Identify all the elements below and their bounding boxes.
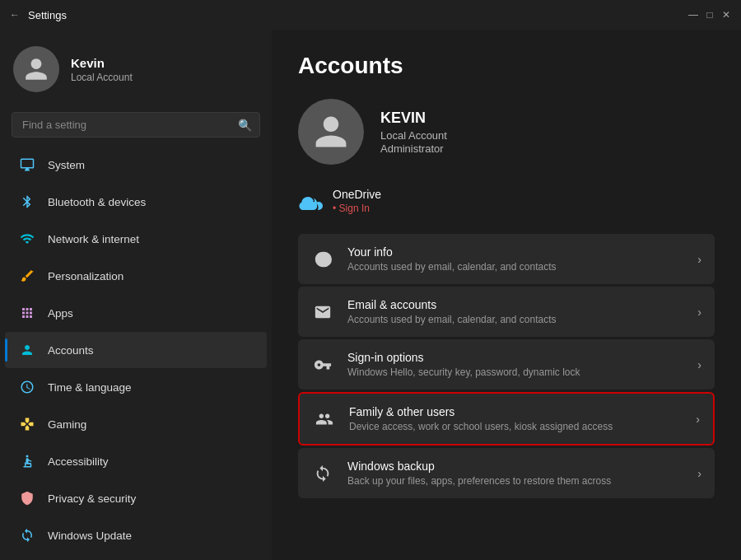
monitor-icon bbox=[18, 156, 36, 174]
search-input[interactable] bbox=[12, 112, 260, 138]
onedrive-signin: Sign In bbox=[333, 203, 381, 214]
back-button[interactable]: ← bbox=[10, 10, 20, 20]
person-icon bbox=[18, 341, 36, 359]
key-icon bbox=[311, 353, 334, 376]
content-area: Accounts KEVIN Local Account Administrat… bbox=[272, 30, 741, 560]
shield-icon bbox=[18, 489, 36, 507]
accessibility-label: Accessibility bbox=[48, 455, 109, 468]
your-info-title: Your info bbox=[347, 245, 556, 259]
bluetooth-icon bbox=[18, 193, 36, 211]
svg-point-0 bbox=[26, 455, 29, 458]
email-title: Email & accounts bbox=[347, 298, 556, 311]
update-icon bbox=[18, 526, 36, 544]
chevron-icon: › bbox=[696, 413, 700, 426]
signin-desc: Windows Hello, security key, password, d… bbox=[347, 366, 580, 378]
profile-info: KEVIN Local Account Administrator bbox=[380, 110, 447, 155]
sidebar: Kevin Local Account 🔍 System bbox=[0, 30, 272, 560]
backup-desc: Back up your files, apps, preferences to… bbox=[347, 475, 611, 487]
svg-point-1 bbox=[328, 415, 329, 417]
sidebar-item-bluetooth[interactable]: Bluetooth & devices bbox=[5, 184, 267, 220]
profile-avatar bbox=[298, 99, 364, 165]
game-icon bbox=[18, 415, 36, 433]
settings-row-family[interactable]: Family & other users Device access, work… bbox=[298, 392, 715, 446]
gaming-label: Gaming bbox=[48, 418, 86, 431]
backup-icon bbox=[311, 462, 334, 485]
backup-text: Windows backup Back up your files, apps,… bbox=[347, 460, 611, 487]
chevron-icon: › bbox=[697, 253, 701, 266]
chevron-icon: › bbox=[697, 358, 701, 371]
settings-row-email[interactable]: Email & accounts Accounts used by email,… bbox=[298, 287, 715, 337]
wifi-icon bbox=[18, 230, 36, 248]
time-label: Time & language bbox=[48, 381, 132, 394]
windows-update-label: Windows Update bbox=[48, 530, 132, 542]
sidebar-item-time[interactable]: Time & language bbox=[5, 369, 267, 405]
profile-role: Administrator bbox=[380, 142, 447, 155]
settings-row-backup[interactable]: Windows backup Back up your files, apps,… bbox=[298, 448, 715, 498]
your-info-desc: Accounts used by email, calendar, and co… bbox=[347, 261, 556, 273]
chevron-icon: › bbox=[697, 467, 701, 480]
sidebar-avatar bbox=[13, 46, 59, 92]
sidebar-usertype: Local Account bbox=[71, 72, 133, 83]
profile-card: KEVIN Local Account Administrator bbox=[298, 99, 715, 165]
apps-label: Apps bbox=[48, 307, 73, 320]
email-text: Email & accounts Accounts used by email,… bbox=[347, 298, 556, 325]
search-icon: 🔍 bbox=[238, 119, 252, 132]
title-bar: ← Settings — □ ✕ bbox=[0, 0, 741, 30]
sidebar-item-windows-update[interactable]: Windows Update bbox=[5, 517, 267, 553]
profile-name: KEVIN bbox=[380, 110, 447, 127]
signin-text: Sign-in options Windows Hello, security … bbox=[347, 351, 580, 378]
profile-type: Local Account bbox=[380, 129, 447, 142]
network-label: Network & internet bbox=[48, 233, 139, 245]
clock-icon bbox=[18, 378, 36, 396]
sidebar-item-network[interactable]: Network & internet bbox=[5, 221, 267, 257]
email-desc: Accounts used by email, calendar, and co… bbox=[347, 314, 556, 325]
person-info-icon bbox=[311, 248, 334, 271]
onedrive-text: OneDrive Sign In bbox=[333, 188, 381, 214]
email-icon bbox=[311, 301, 334, 324]
chevron-icon: › bbox=[697, 306, 701, 319]
family-desc: Device access, work or school users, kio… bbox=[349, 421, 613, 432]
family-icon bbox=[313, 408, 336, 431]
brush-icon bbox=[18, 267, 36, 285]
onedrive-title: OneDrive bbox=[333, 188, 381, 201]
privacy-label: Privacy & security bbox=[48, 492, 136, 505]
maximize-button[interactable]: □ bbox=[705, 10, 715, 20]
sidebar-item-system[interactable]: System bbox=[5, 147, 267, 183]
backup-title: Windows backup bbox=[347, 460, 611, 473]
sidebar-item-personalization[interactable]: Personalization bbox=[5, 258, 267, 294]
system-label: System bbox=[48, 159, 85, 171]
accounts-label: Accounts bbox=[48, 344, 94, 357]
settings-row-signin[interactable]: Sign-in options Windows Hello, security … bbox=[298, 339, 715, 390]
app-title: Settings bbox=[28, 9, 67, 21]
sidebar-profile[interactable]: Kevin Local Account bbox=[0, 30, 272, 109]
family-text: Family & other users Device access, work… bbox=[349, 405, 613, 432]
bluetooth-label: Bluetooth & devices bbox=[48, 196, 146, 208]
settings-list: Your info Accounts used by email, calend… bbox=[298, 234, 715, 498]
settings-row-your-info[interactable]: Your info Accounts used by email, calend… bbox=[298, 234, 715, 284]
onedrive-row[interactable]: OneDrive Sign In bbox=[298, 184, 715, 217]
sidebar-item-gaming[interactable]: Gaming bbox=[5, 406, 267, 442]
apps-icon bbox=[18, 304, 36, 322]
sidebar-item-accessibility[interactable]: Accessibility bbox=[5, 443, 267, 479]
close-button[interactable]: ✕ bbox=[721, 10, 731, 20]
your-info-text: Your info Accounts used by email, calend… bbox=[347, 245, 556, 273]
sidebar-username: Kevin bbox=[71, 56, 133, 70]
signin-title: Sign-in options bbox=[347, 351, 580, 364]
family-title: Family & other users bbox=[349, 405, 613, 418]
sidebar-item-privacy[interactable]: Privacy & security bbox=[5, 480, 267, 516]
page-title: Accounts bbox=[298, 53, 715, 79]
onedrive-icon bbox=[298, 189, 323, 213]
nav-items: System Bluetooth & devices Network & int… bbox=[0, 146, 272, 560]
sidebar-item-apps[interactable]: Apps bbox=[5, 295, 267, 331]
sidebar-item-accounts[interactable]: Accounts bbox=[5, 332, 267, 368]
window-controls: — □ ✕ bbox=[688, 10, 731, 20]
accessibility-icon bbox=[18, 452, 36, 470]
personalization-label: Personalization bbox=[48, 270, 124, 282]
search-container: 🔍 bbox=[12, 112, 260, 138]
minimize-button[interactable]: — bbox=[688, 10, 698, 20]
